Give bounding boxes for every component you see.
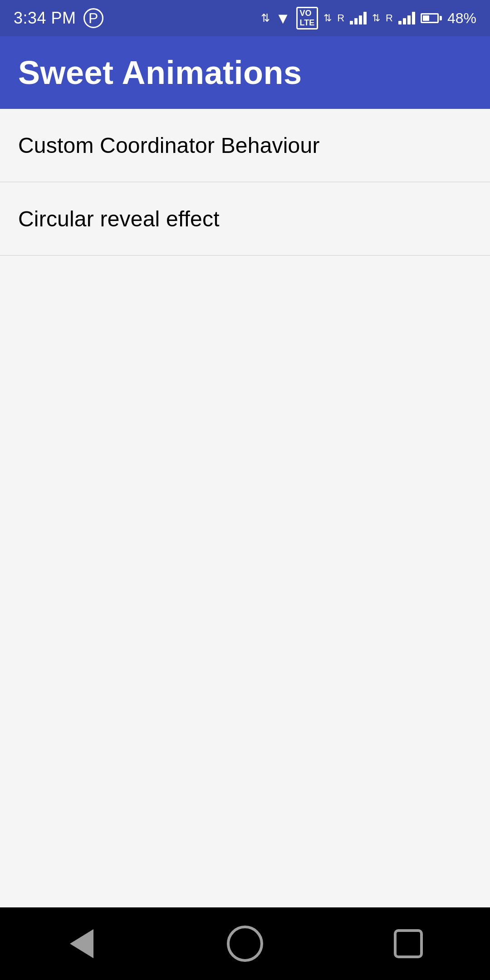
back-button[interactable] [54, 926, 109, 962]
list-item-custom-coordinator-label: Custom Coordinator Behaviour [18, 133, 320, 158]
app-bar: Sweet Animations [0, 36, 490, 109]
list-item-circular-reveal[interactable]: Circular reveal effect [0, 182, 490, 255]
home-icon [227, 926, 263, 962]
status-bar-right: ⇅ ▼ VOLTE ⇅ R ⇅ R 48% [261, 7, 476, 29]
lte-icon: VOLTE [296, 7, 318, 29]
recent-apps-icon [394, 929, 423, 958]
signal-bars-1-icon [350, 12, 367, 24]
back-icon [70, 929, 93, 958]
list-item-custom-coordinator[interactable]: Custom Coordinator Behaviour [0, 109, 490, 181]
data-arrows-icon: ⇅ [261, 12, 270, 24]
status-bar: 3:34 PM P ⇅ ▼ VOLTE ⇅ R ⇅ R [0, 0, 490, 36]
roaming-r2-icon: R [386, 12, 393, 24]
status-time: 3:34 PM [14, 9, 76, 28]
home-button[interactable] [218, 926, 272, 962]
list-item-circular-reveal-label: Circular reveal effect [18, 206, 220, 231]
recent-apps-button[interactable] [381, 926, 436, 962]
app-title: Sweet Animations [18, 54, 302, 91]
roaming-r1-icon: R [337, 12, 344, 24]
signal-bars-2-icon [398, 12, 415, 24]
status-bar-left: 3:34 PM P [14, 8, 103, 28]
parking-icon: P [83, 8, 103, 28]
nav-bar [0, 907, 490, 980]
arrow-up-icon: ⇅ [323, 12, 332, 24]
arrow-up2-icon: ⇅ [372, 12, 380, 24]
battery-percentage: 48% [447, 10, 476, 27]
content-area: Custom Coordinator Behaviour Circular re… [0, 109, 490, 907]
wifi-icon: ▼ [275, 10, 291, 27]
divider-2 [0, 255, 490, 256]
battery-icon [421, 13, 442, 23]
